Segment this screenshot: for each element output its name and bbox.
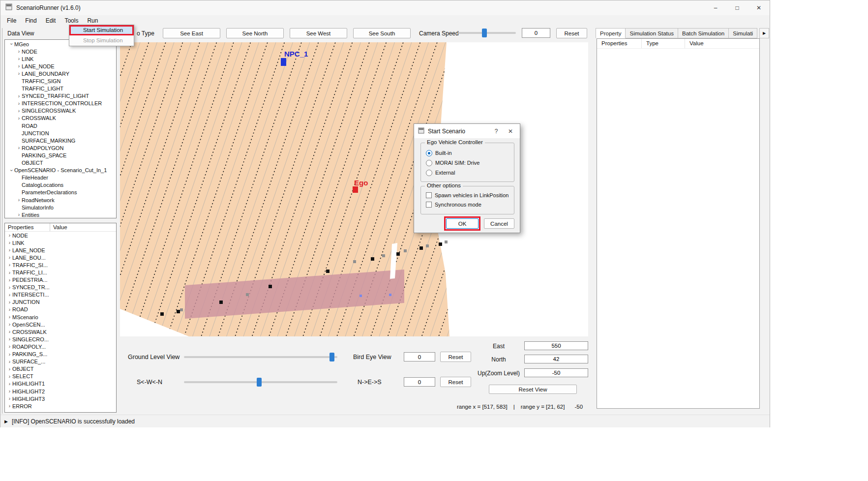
expander-icon[interactable]: › — [16, 116, 22, 121]
dock-splitter[interactable] — [2, 28, 2, 414]
expander-icon[interactable]: › — [7, 374, 12, 379]
minimize-button[interactable]: – — [705, 0, 726, 15]
expander-icon[interactable]: › — [7, 247, 12, 253]
property-item-select[interactable]: ›SELECT — [5, 373, 116, 380]
dialog-help-button[interactable]: ? — [491, 128, 502, 135]
expander-icon[interactable]: › — [7, 329, 12, 334]
ego-vehicle-marker[interactable] — [353, 186, 358, 193]
radio-option-external[interactable]: External — [421, 168, 514, 178]
tree-item-parking-space[interactable]: PARKING_SPACE — [5, 151, 116, 159]
expander-icon[interactable]: › — [7, 285, 12, 290]
property-item-parking-s[interactable]: ›PARKING_S... — [5, 351, 116, 358]
expander-icon[interactable]: › — [7, 359, 12, 364]
run-menu-item-stop-simulation[interactable]: Stop Simulation — [69, 35, 134, 46]
property-item-highlight2[interactable]: ›HIGHLIGHT2 — [5, 388, 116, 395]
expander-icon[interactable]: › — [9, 41, 14, 47]
property-item-junction[interactable]: ›JUNCTION — [5, 299, 116, 306]
expander-icon[interactable]: › — [7, 240, 12, 245]
tree-item-object[interactable]: OBJECT — [5, 159, 116, 167]
property-item-traffic-si[interactable]: ›TRAFFIC_SI... — [5, 261, 116, 269]
view-button-see-north[interactable]: See North — [226, 28, 284, 38]
expander-icon[interactable]: › — [7, 344, 12, 349]
expander-icon[interactable]: › — [16, 108, 22, 114]
menu-file[interactable]: File — [2, 15, 21, 26]
up-zoom-level-input[interactable] — [524, 368, 588, 377]
expander-icon[interactable]: › — [7, 314, 12, 320]
expander-icon[interactable]: › — [7, 322, 12, 327]
radio-option-built-in[interactable]: Built-in — [421, 148, 514, 158]
expander-icon[interactable]: › — [16, 63, 22, 69]
property-item-highlight1[interactable]: ›HIGHLIGHT1 — [5, 380, 116, 388]
expander-icon[interactable]: › — [16, 93, 22, 99]
radio-option-morai-sim-drive[interactable]: MORAI SIM: Drive — [421, 158, 514, 168]
expander-icon[interactable]: › — [16, 49, 22, 54]
checkbox-option-synchronous-mode[interactable]: Synchronous mode — [421, 200, 514, 209]
property-item-traffic-li[interactable]: ›TRAFFIC_LI... — [5, 269, 116, 276]
rotation-reset-button[interactable]: Reset — [440, 377, 471, 387]
tree-item-junction[interactable]: JUNCTION — [5, 129, 116, 137]
expander-icon[interactable]: › — [7, 396, 12, 401]
tree-item-traffic-sign[interactable]: TRAFFIC_SIGN — [5, 77, 116, 85]
view-button-see-east[interactable]: See East — [163, 28, 220, 38]
expander-icon[interactable]: › — [16, 56, 22, 61]
property-item-highlight3[interactable]: ›HIGHLIGHT3 — [5, 395, 116, 402]
expander-icon[interactable]: › — [7, 270, 12, 275]
expander-icon[interactable]: › — [7, 300, 12, 305]
maximize-button[interactable]: □ — [726, 0, 748, 15]
camera-speed-input[interactable] — [522, 28, 550, 38]
expander-icon[interactable]: › — [16, 197, 22, 203]
checkbox-option-spawn-vehicles-in-linkposition[interactable]: Spawn vehicles in LinkPosition — [421, 190, 514, 200]
expander-icon[interactable]: › — [7, 352, 12, 357]
cancel-button[interactable]: Cancel — [484, 218, 514, 229]
tab-property[interactable]: Property — [596, 28, 626, 38]
tree-item-cataloglocations[interactable]: CatalogLocations — [5, 181, 116, 189]
expander-icon[interactable]: › — [16, 145, 22, 150]
tree-item-singlecrosswalk[interactable]: ›SINGLECROSSWALK — [5, 107, 116, 115]
camera-speed-reset-button[interactable]: Reset — [556, 28, 587, 38]
tree-item-crosswalk[interactable]: ›CROSSWALK — [5, 115, 116, 122]
ok-button[interactable]: OK — [446, 218, 479, 229]
slider-handle[interactable] — [257, 378, 262, 387]
expander-icon[interactable]: › — [9, 168, 14, 173]
property-item-intersecti[interactable]: ›INTERSECTI... — [5, 291, 116, 299]
rotation-input[interactable] — [404, 377, 435, 387]
tab-batch-simulation[interactable]: Batch Simulation — [678, 28, 729, 38]
expander-icon[interactable]: › — [16, 101, 22, 106]
expander-icon[interactable]: › — [7, 307, 12, 312]
expander-icon[interactable]: › — [7, 389, 12, 394]
tree-item-parameterdeclarations[interactable]: ParameterDeclarations — [5, 189, 116, 196]
property-item-crosswalk[interactable]: ›CROSSWALK — [5, 328, 116, 335]
npc-vehicle-marker[interactable] — [281, 58, 286, 66]
expander-icon[interactable]: › — [7, 381, 12, 387]
dialog-close-button[interactable]: ✕ — [505, 128, 516, 135]
property-item-object[interactable]: ›OBJECT — [5, 365, 116, 373]
bird-eye-reset-button[interactable]: Reset — [440, 352, 471, 362]
dialog-title-bar[interactable]: Start Scenario ? ✕ — [414, 124, 520, 138]
property-item-lane-bou[interactable]: ›LANE_BOU... — [5, 254, 116, 261]
property-item-pedestria[interactable]: ›PEDESTRIA... — [5, 276, 116, 284]
rotation-slider[interactable] — [184, 378, 337, 387]
expander-icon[interactable]: › — [7, 292, 12, 298]
tree-item-lane-node[interactable]: ›LANE_NODE — [5, 62, 116, 70]
close-button[interactable]: ✕ — [748, 0, 770, 15]
run-menu-item-start-simulation[interactable]: Start Simulation — [69, 25, 134, 35]
property-item-node[interactable]: ›NODE — [5, 232, 116, 239]
tree-item-node[interactable]: ›NODE — [5, 48, 116, 55]
property-item-error[interactable]: ›ERROR — [5, 402, 116, 410]
tree-item-roadnetwork[interactable]: ›RoadNetwork — [5, 196, 116, 204]
tree-item-roadpolygon[interactable]: ›ROADPOLYGON — [5, 144, 116, 151]
expander-icon[interactable]: › — [7, 262, 12, 268]
east-input[interactable] — [524, 341, 588, 350]
slider-handle[interactable] — [329, 353, 334, 361]
tree-item-lane-boundary[interactable]: ›LANE_BOUNDARY — [5, 70, 116, 77]
tree-item-synced-traffic-light[interactable]: ›SYNCED_TRAFFIC_LIGHT — [5, 92, 116, 100]
tab-simulati[interactable]: Simulati — [729, 28, 757, 38]
expander-icon[interactable]: › — [7, 277, 12, 283]
expander-icon[interactable]: › — [7, 366, 12, 372]
property-item-openscen[interactable]: ›OpenSCEN... — [5, 321, 116, 328]
expander-icon[interactable]: › — [16, 71, 22, 76]
menu-find[interactable]: Find — [21, 15, 41, 26]
property-item-mscenario[interactable]: ›MScenario — [5, 313, 116, 321]
tree-item-simulatorinfo[interactable]: SimulatorInfo — [5, 204, 116, 211]
property-item-link[interactable]: ›LINK — [5, 239, 116, 246]
